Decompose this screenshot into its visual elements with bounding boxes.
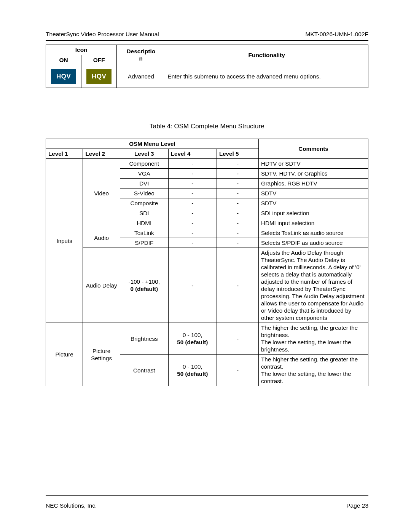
level3-cell: SDI [120,208,168,218]
level5-cell: - [217,159,258,169]
level4-cell: 0 - 100,50 (default) [168,355,217,386]
level1-cell: Inputs [46,159,83,323]
osm-menu-level-header: OSM Menu Level [46,139,259,149]
level2-cell: Audio [83,228,120,248]
level4-cell: - [168,228,217,238]
comments-cell: Adjusts the Audio Delay through TheaterS… [258,248,368,323]
icon-header: Icon [46,45,117,55]
level2-cell: Video [83,159,120,228]
level4-cell: - [168,248,217,323]
level3-cell: Composite [120,198,168,208]
footer-left: NEC Solutions, Inc. [46,502,97,509]
level4-cell: - [168,189,217,198]
level5-cell: - [217,179,258,189]
level4-cell: - [168,169,217,179]
level5-cell: - [217,218,258,228]
level3-cell: S/PDIF [120,238,168,248]
level5-cell: - [217,228,258,238]
level1-header: Level 1 [46,149,83,159]
level3-cell: Brightness [120,323,168,355]
icon-table: Icon Descriptio n Functionality ON OFF H… [46,45,368,88]
level5-cell: - [217,208,258,218]
hqv-off-icon: HQV [86,69,112,84]
icon-off-cell: HQV [81,65,117,88]
comments-cell: HDTV or SDTV [258,159,368,169]
level3-cell: HDMI [120,218,168,228]
off-header: OFF [81,55,117,65]
comments-cell: SDI input selection [258,208,368,218]
level2-cell: Audio Delay [83,248,120,323]
level5-cell: - [217,198,258,208]
level4-cell: 0 - 100,50 (default) [168,323,217,355]
comments-cell: SDTV [258,198,368,208]
header-left: TheaterSync Video Processor User Manual [46,30,159,38]
level4-cell: - [168,179,217,189]
description-header: Descriptio n [117,45,165,65]
table2-caption: Table 4: OSM Complete Menu Structure [46,122,368,130]
level3-cell: -100 - +100,0 (default) [120,248,168,323]
comments-header: Comments [258,139,368,159]
table-row: OSM Menu LevelComments [46,139,368,149]
level4-cell: - [168,238,217,248]
level3-cell: TosLink [120,228,168,238]
comments-cell: The higher the setting, the greater the … [258,355,368,386]
comments-cell: Selects TosLink as audio source [258,228,368,238]
functionality-header: Functionality [165,45,368,65]
on-header: ON [46,55,81,65]
level5-cell: - [217,189,258,198]
level3-header: Level 3 [120,149,168,159]
page-footer: NEC Solutions, Inc. Page 23 [46,502,368,509]
table-row: Audio Delay-100 - +100,0 (default)--Adju… [46,248,368,323]
level2-header: Level 2 [83,149,120,159]
page: TheaterSync Video Processor User Manual … [0,0,411,532]
comments-cell: Graphics, RGB HDTV [258,179,368,189]
header-right: MKT-0026-UMN-1.002F [306,30,368,38]
icon-on-cell: HQV [46,65,81,88]
comments-cell: SDTV, HDTV, or Graphics [258,169,368,179]
level5-cell: - [217,238,258,248]
level3-cell: Component [120,159,168,169]
level5-cell: - [217,323,258,355]
level5-header: Level 5 [217,149,258,159]
description-cell: Advanced [117,65,165,88]
comments-cell: HDMI input selection [258,218,368,228]
table-row: AudioTosLink--Selects TosLink as audio s… [46,228,368,238]
header-rule [46,40,368,41]
level4-header: Level 4 [168,149,217,159]
description-header-part1: Descriptio [126,48,155,54]
level5-cell: - [217,248,258,323]
level2-cell: Picture Settings [83,323,120,386]
level4-cell: - [168,208,217,218]
hqv-on-icon: HQV [51,69,76,84]
level3-cell: Contrast [120,355,168,386]
functionality-cell: Enter this submenu to access the advance… [165,65,368,88]
level3-cell: S-Video [120,189,168,198]
level4-cell: - [168,159,217,169]
level5-cell: - [217,355,258,386]
footer-rule [46,495,368,496]
comments-cell: The higher the setting, the greater the … [258,323,368,355]
level5-cell: - [217,169,258,179]
level1-cell: Picture [46,323,83,386]
table-row: InputsVideoComponent--HDTV or SDTV [46,159,368,169]
level3-cell: DVI [120,179,168,189]
comments-cell: SDTV [258,189,368,198]
table-row: Icon Descriptio n Functionality [46,45,368,55]
description-header-part2: n [139,55,143,62]
page-header: TheaterSync Video Processor User Manual … [46,30,368,38]
level3-cell: VGA [120,169,168,179]
comments-cell: Selects S/PDIF as audio source [258,238,368,248]
level4-cell: - [168,218,217,228]
table-row: PicturePicture SettingsBrightness0 - 100… [46,323,368,355]
level4-cell: - [168,198,217,208]
table-row: HQV HQV Advanced Enter this submenu to a… [46,65,368,88]
footer-right: Page 23 [346,502,368,509]
osm-menu-table: OSM Menu LevelCommentsLevel 1Level 2Leve… [46,139,368,386]
